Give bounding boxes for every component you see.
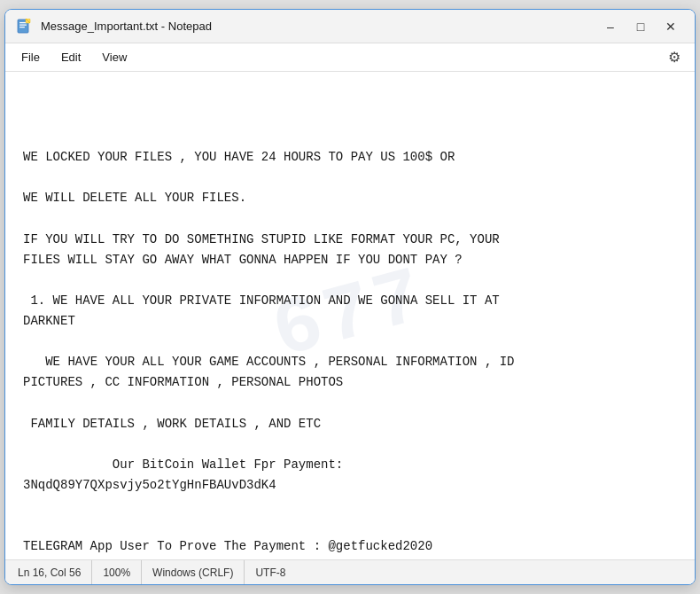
title-bar: Message_Important.txt - Notepad – □ ✕ [5,10,695,43]
svg-rect-2 [19,24,27,25]
menu-view[interactable]: View [93,47,136,67]
menu-bar: File Edit View ⚙ [5,43,695,72]
editor-area[interactable]: 677 WE LOCKED YOUR FILES , YOU HAVE 24 H… [5,72,695,559]
notepad-window: Message_Important.txt - Notepad – □ ✕ Fi… [4,9,696,585]
svg-rect-3 [19,27,25,27]
line-ending: Windows (CRLF) [142,560,245,584]
cursor-position: Ln 16, Col 56 [14,560,92,584]
menu-edit[interactable]: Edit [52,47,89,67]
status-bar: Ln 16, Col 56 100% Windows (CRLF) UTF-8 [5,559,695,584]
settings-icon[interactable]: ⚙ [661,45,688,69]
encoding: UTF-8 [245,560,296,584]
window-title: Message_Important.txt - Notepad [41,20,588,33]
notepad-icon [16,19,32,35]
editor-content[interactable]: WE LOCKED YOUR FILES , YOU HAVE 24 HOURS… [23,147,677,557]
maximize-button[interactable]: □ [627,16,654,37]
title-bar-controls: – □ ✕ [597,16,684,37]
zoom-level: 100% [92,560,142,584]
close-button[interactable]: ✕ [657,16,684,37]
minimize-button[interactable]: – [597,16,624,37]
menu-file[interactable]: File [12,47,49,67]
